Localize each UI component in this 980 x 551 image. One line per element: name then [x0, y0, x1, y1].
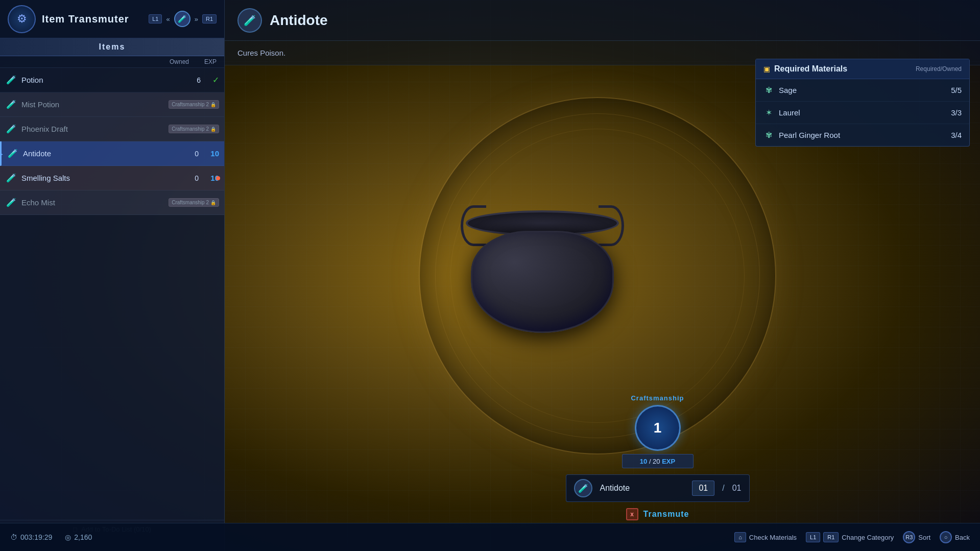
echo-mist-name: Echo Mist — [21, 198, 169, 207]
echo-mist-icon: 🧪 — [5, 197, 17, 209]
craft-exp-display: 10 / 20 EXP — [622, 454, 694, 468]
x-label: x — [630, 511, 634, 518]
potion-name: Potion — [21, 76, 190, 84]
list-item-echo-mist[interactable]: 🧪 Echo Mist Craftsmanship 2 🔒 — [0, 190, 224, 215]
gold-value: 2,160 — [74, 533, 92, 541]
smelling-salts-name: Smelling Salts — [21, 174, 188, 182]
materials-header: ▣ Required Materials Required/Owned — [756, 59, 969, 79]
list-column-headers: Owned EXP — [0, 56, 224, 68]
selector-divider: / — [722, 484, 724, 493]
pearl-ginger-name: Pearl Ginger Root — [779, 131, 951, 139]
potion-icon: 🧪 — [5, 74, 17, 86]
app-title: Item Transmuter — [42, 13, 129, 25]
laurel-qty: 3/3 — [951, 108, 962, 117]
lock-icon-2: 🔒 — [210, 127, 216, 132]
display-item-icon: 🧪 — [237, 8, 262, 33]
phoenix-draft-icon: 🧪 — [5, 123, 17, 135]
nav-center-icon[interactable]: 🧪 — [174, 11, 190, 27]
mist-potion-name: Mist Potion — [21, 100, 169, 109]
footer-bar: ⏱ 003:19:29 ◎ 2,160 ⌂ Check Materials L1… — [0, 523, 980, 551]
item-selector-bar: 🧪 Antidote 01 / 01 — [566, 474, 750, 502]
footer-gold: ◎ 2,160 — [65, 533, 92, 541]
phoenix-draft-name: Phoenix Draft — [21, 125, 169, 133]
exp-slash: / — [649, 458, 653, 465]
header-nav: L1 « 🧪 » R1 — [149, 11, 217, 27]
item-display-header: 🧪 Antidote — [225, 0, 980, 41]
description-text: Cures Poison. — [237, 49, 285, 57]
list-item-mist-potion[interactable]: 🧪 Mist Potion Craftsmanship 2 🔒 — [0, 92, 224, 117]
laurel-name: Laurel — [779, 108, 951, 117]
change-cat-r1[interactable]: R1 — [823, 532, 839, 542]
smelling-salts-notification — [216, 176, 220, 180]
antidote-name: Antidote — [23, 149, 188, 158]
change-cat-l1[interactable]: L1 — [806, 532, 820, 542]
material-row-pearl-ginger: ✾ Pearl Ginger Root 3/4 — [756, 124, 969, 146]
col-exp: EXP — [204, 58, 217, 65]
materials-header-icon: ▣ — [763, 65, 770, 73]
smelling-salts-icon: 🧪 — [5, 172, 17, 184]
list-item-antidote[interactable]: ▶ 🧪 Antidote 0 10 — [0, 141, 224, 166]
potion-owned: 6 — [190, 76, 201, 84]
footer-action-back[interactable]: ○ Back — [940, 531, 970, 543]
transmute-x-button[interactable]: x — [626, 508, 638, 520]
check-materials-label: Check Materials — [749, 534, 797, 541]
craft-exp-text: 10 / 20 EXP — [640, 458, 675, 465]
pearl-ginger-qty: 3/4 — [951, 131, 962, 139]
selector-qty-current[interactable]: 01 — [692, 481, 714, 496]
check-materials-btn[interactable]: ⌂ — [734, 532, 746, 542]
transmute-row[interactable]: x Transmute — [626, 508, 689, 520]
footer-actions: ⌂ Check Materials L1 R1 Change Category … — [734, 531, 970, 543]
r1-btn[interactable]: R1 — [202, 14, 217, 23]
list-item-potion[interactable]: 🧪 Potion 6 ✓ — [0, 68, 224, 92]
lock-icon-1: 🔒 — [210, 102, 216, 107]
laurel-icon: ✶ — [763, 108, 774, 117]
gold-icon: ◎ — [65, 533, 71, 541]
list-item-phoenix-draft[interactable]: 🧪 Phoenix Draft Craftsmanship 2 🔒 — [0, 117, 224, 141]
sort-btn[interactable]: R3 — [903, 531, 915, 543]
exp-max: 20 — [653, 458, 660, 465]
selector-arrow: ▶ — [0, 150, 3, 158]
exp-current: 10 — [640, 458, 647, 465]
phoenix-draft-lock: Craftsmanship 2 🔒 — [169, 125, 219, 133]
transmute-label[interactable]: Transmute — [643, 510, 689, 519]
footer-action-sort[interactable]: R3 Sort — [903, 531, 930, 543]
craftsmanship-label-3: Craftsmanship 2 — [172, 200, 209, 205]
mist-potion-lock: Craftsmanship 2 🔒 — [169, 100, 219, 109]
nav-right-arrow[interactable]: » — [195, 15, 198, 23]
footer-time: ⏱ 003:19:29 — [10, 533, 52, 541]
main-area: 🧪 Antidote Cures Poison. ▣ Required Mate… — [225, 0, 980, 551]
craftsmanship-label-1: Craftsmanship 2 — [172, 102, 209, 107]
selector-item-name: Antidote — [600, 484, 685, 493]
sort-label: Sort — [918, 534, 930, 541]
craftsmanship-label-2: Craftsmanship 2 — [172, 126, 209, 132]
items-list-header: Items — [0, 38, 224, 56]
selector-qty-max: 01 — [732, 484, 742, 493]
nav-left-arrow[interactable]: « — [166, 15, 170, 23]
col-owned: Owned — [170, 58, 189, 65]
materials-header-title: Required Materials — [774, 64, 916, 74]
footer-action-check-materials[interactable]: ⌂ Check Materials — [734, 532, 797, 542]
time-value: 003:19:29 — [20, 533, 52, 541]
footer-action-change-category[interactable]: L1 R1 Change Category — [806, 532, 894, 542]
antidote-icon: 🧪 — [7, 148, 19, 160]
l1-btn[interactable]: L1 — [149, 14, 162, 23]
pearl-ginger-icon: ✾ — [763, 130, 774, 140]
back-btn[interactable]: ○ — [940, 531, 952, 543]
required-materials-panel: ▣ Required Materials Required/Owned ✾ Sa… — [755, 59, 970, 147]
antidote-exp: 10 — [206, 149, 219, 158]
sage-icon: ✾ — [763, 85, 774, 95]
back-label: Back — [955, 534, 970, 541]
mist-potion-icon: 🧪 — [5, 99, 17, 111]
display-item-title: Antidote — [270, 12, 328, 29]
materials-col-label: Required/Owned — [916, 65, 962, 73]
left-panel: ⚙ Item Transmuter L1 « 🧪 » R1 Items Owne… — [0, 0, 225, 551]
echo-mist-lock: Craftsmanship 2 🔒 — [169, 198, 219, 207]
change-category-label: Change Category — [842, 534, 894, 541]
material-row-sage: ✾ Sage 5/5 — [756, 79, 969, 102]
antidote-owned: 0 — [188, 150, 199, 158]
list-item-smelling-salts[interactable]: 🧪 Smelling Salts 0 10 — [0, 166, 224, 190]
craftsmanship-label: Craftsmanship — [631, 394, 684, 402]
potion-check: ✓ — [212, 75, 219, 85]
clock-icon: ⏱ — [10, 533, 17, 541]
selector-item-icon: 🧪 — [574, 479, 592, 497]
